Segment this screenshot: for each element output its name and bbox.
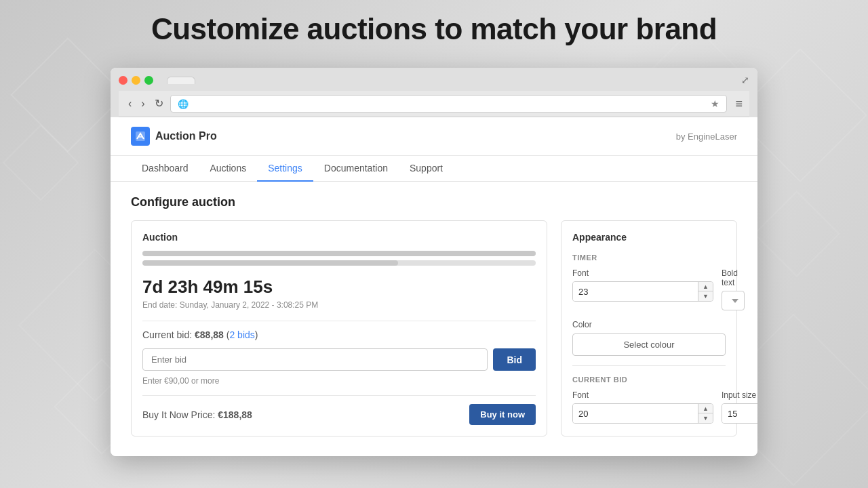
browser-tab[interactable]	[167, 77, 195, 84]
cb-font-decrement[interactable]: ▼	[698, 413, 713, 423]
tab-documentation[interactable]: Documentation	[313, 156, 399, 182]
divider-1	[142, 321, 536, 321]
bold-text-label: Bold text	[722, 268, 745, 287]
cb-font-spinner-buttons: ▲ ▼	[698, 404, 713, 423]
page-headline: Customize auctions to match your brand	[0, 12, 868, 46]
buy-now-price: €188,88	[218, 409, 252, 420]
tab-auctions[interactable]: Auctions	[199, 156, 258, 182]
cb-font-spinner: ▲ ▼	[572, 403, 713, 424]
app-content: Auction Pro by EngineLaser Dashboard Auc…	[111, 117, 757, 456]
bold-text-group: Bold text Yes No	[722, 268, 745, 310]
main-area: Configure auction Auction 7d 23h 49m 1	[111, 182, 757, 450]
browser-nav: ‹ › ↻ 🌐 ★ ≡	[119, 91, 749, 117]
app-header: Auction Pro by EngineLaser	[111, 117, 757, 156]
cb-font-group: Font ▲ ▼	[572, 390, 713, 424]
bold-text-select[interactable]: Yes No	[722, 291, 745, 310]
timer-display: 7d 23h 49m 15s	[142, 277, 536, 298]
color-label: Color	[572, 320, 726, 329]
font-decrement[interactable]: ▼	[698, 291, 713, 301]
font-spinner-buttons: ▲ ▼	[698, 282, 713, 301]
current-bid-section-label: CURRENT BID	[572, 375, 726, 384]
input-size-value-input[interactable]	[722, 404, 757, 423]
bid-button[interactable]: Bid	[493, 348, 536, 371]
forward-button[interactable]: ›	[138, 97, 147, 110]
expand-icon[interactable]: ⤢	[741, 75, 749, 85]
progress-bar-2	[142, 260, 536, 266]
timer-section-label: TIMER	[572, 253, 726, 262]
font-label: Font	[572, 268, 713, 278]
current-bid-row: Current bid: €88,88 (2 bids)	[142, 329, 536, 340]
back-button[interactable]: ‹	[125, 97, 134, 110]
color-group: Color Select colour	[572, 320, 726, 356]
tab-support[interactable]: Support	[399, 156, 454, 182]
cb-font-value-input[interactable]	[573, 404, 698, 423]
timer-form-row: Font ▲ ▼ Bold text	[572, 268, 726, 310]
tab-settings[interactable]: Settings	[257, 156, 313, 182]
auction-panel-title: Auction	[142, 232, 536, 243]
current-bid-section: CURRENT BID Font ▲ ▼	[572, 375, 726, 424]
font-increment[interactable]: ▲	[698, 282, 713, 291]
bids-link[interactable]: 2 bids	[229, 329, 254, 340]
font-spinner: ▲ ▼	[572, 281, 713, 302]
appearance-panel: Appearance TIMER Font ▲ ▼	[561, 220, 737, 436]
bid-amount-value: €88,88	[195, 329, 224, 340]
buy-now-label: Buy It Now Price: €188,88	[142, 409, 252, 420]
browser-chrome: ⤢ ‹ › ↻ 🌐 ★ ≡	[111, 68, 757, 117]
appearance-title: Appearance	[572, 232, 726, 243]
progress-bars	[142, 251, 536, 266]
select-colour-button[interactable]: Select colour	[572, 333, 726, 356]
progress-bar-2-fill	[142, 260, 398, 266]
app-logo: Auction Pro	[131, 127, 217, 146]
current-bid-label: Current bid:	[142, 329, 192, 340]
close-button[interactable]	[119, 76, 127, 85]
input-size-group: Input size ▲ ▼	[722, 390, 757, 424]
bookmark-icon[interactable]: ★	[711, 98, 719, 109]
browser-titlebar: ⤢	[119, 75, 749, 85]
address-bar[interactable]: 🌐 ★	[170, 95, 728, 113]
browser-tabs	[167, 77, 195, 84]
font-value-input[interactable]	[573, 282, 698, 301]
traffic-lights	[119, 76, 153, 85]
browser-menu-icon[interactable]: ≡	[735, 97, 743, 111]
font-group: Font ▲ ▼	[572, 268, 713, 310]
maximize-button[interactable]	[144, 76, 153, 85]
logo-icon	[131, 127, 150, 146]
two-col-layout: Auction 7d 23h 49m 15s End date: Sunday,…	[131, 220, 737, 436]
bid-close-paren: )	[255, 329, 258, 340]
bid-row: Bid	[142, 348, 536, 371]
section-divider	[572, 365, 726, 366]
section-title: Configure auction	[131, 195, 737, 209]
app-title: Auction Pro	[155, 130, 217, 142]
cb-font-increment[interactable]: ▲	[698, 404, 713, 413]
tab-dashboard[interactable]: Dashboard	[131, 156, 199, 182]
by-text: by EngineLaser	[676, 131, 737, 142]
progress-bar-1-fill	[142, 251, 536, 256]
cb-font-label: Font	[572, 390, 713, 400]
end-date: End date: Sunday, January 2, 2022 - 3:08…	[142, 300, 536, 310]
minimize-button[interactable]	[132, 76, 140, 85]
buy-now-button[interactable]: Buy it now	[469, 404, 536, 425]
auction-panel: Auction 7d 23h 49m 15s End date: Sunday,…	[131, 220, 547, 436]
nav-tabs: Dashboard Auctions Settings Documentatio…	[111, 156, 757, 182]
current-bid-form-row: Font ▲ ▼ Input size	[572, 390, 726, 424]
bid-hint: Enter €90,00 or more	[142, 376, 536, 386]
refresh-button[interactable]: ↻	[152, 97, 166, 110]
buy-now-row: Buy It Now Price: €188,88 Buy it now	[142, 395, 536, 425]
bid-input[interactable]	[142, 348, 488, 371]
input-size-spinner: ▲ ▼	[722, 403, 757, 424]
browser-window: ⤢ ‹ › ↻ 🌐 ★ ≡	[111, 68, 757, 456]
input-size-label: Input size	[722, 390, 757, 400]
globe-icon: 🌐	[178, 99, 189, 109]
progress-bar-1	[142, 251, 536, 256]
